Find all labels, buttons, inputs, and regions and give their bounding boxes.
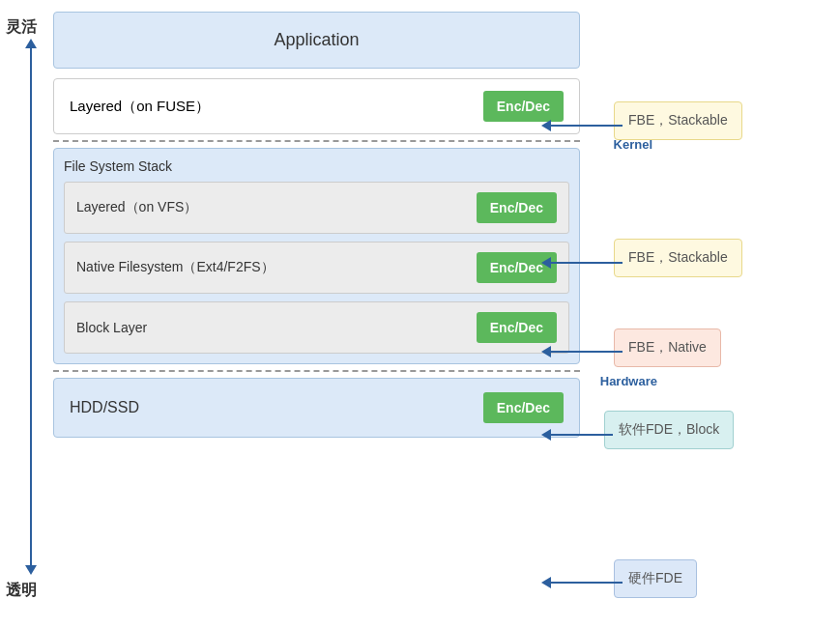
fuse-arrow-tip-icon — [541, 120, 551, 131]
fs-stack: File System Stack Layered（on VFS） Enc/De… — [53, 148, 580, 364]
application-box: Application — [53, 12, 580, 69]
block-badge-container: 软件FDE，Block — [604, 411, 734, 449]
hdd-badge: 硬件FDE — [614, 559, 697, 598]
vfs-arrow — [541, 257, 623, 269]
fuse-box: Layered（on FUSE） Enc/Dec — [53, 78, 580, 134]
hardware-label: Hardware — [600, 374, 657, 388]
native-badge-text: FBE，Native — [628, 339, 707, 355]
application-label: Application — [274, 30, 359, 49]
main-stack: Application Layered（on FUSE） Enc/Dec Use… — [53, 12, 580, 438]
native-box: Native Filesystem（Ext4/F2FS） Enc/Dec — [64, 242, 569, 294]
hdd-arrow — [541, 577, 623, 588]
native-badge: FBE，Native — [614, 328, 721, 367]
hdd-badge-container: 硬件FDE — [614, 559, 697, 598]
fuse-badge-container: FBE，Stackable — [614, 101, 742, 140]
block-label: Block Layer — [76, 320, 147, 335]
native-badge-container: FBE，Native — [614, 328, 721, 367]
block-badge-text: 软件FDE，Block — [619, 421, 719, 437]
native-arrow-tip-icon — [541, 346, 551, 357]
vfs-badge: FBE，Stackable — [614, 239, 742, 277]
fuse-enc-dec-button[interactable]: Enc/Dec — [483, 91, 564, 122]
dashed-line-1 — [53, 140, 580, 142]
block-enc-dec-button[interactable]: Enc/Dec — [477, 312, 557, 343]
native-arrow-body — [551, 351, 623, 353]
hdd-badge-text: 硬件FDE — [628, 570, 682, 585]
native-arrow — [541, 346, 623, 357]
fuse-arrow-body — [551, 125, 623, 127]
user-kernel-separator: User Kernel — [53, 140, 580, 142]
hdd-label: HDD/SSD — [70, 399, 139, 416]
vfs-label: Layered（on VFS） — [76, 199, 197, 216]
fuse-arrow — [541, 120, 623, 131]
diagram-container: 灵活 透明 Application Layered（on FUSE） Enc/D… — [0, 0, 840, 628]
hdd-arrow-body — [551, 582, 623, 584]
arrow-head-down-icon — [25, 565, 37, 575]
fuse-badge: FBE，Stackable — [614, 101, 742, 140]
hdd-arrow-tip-icon — [541, 577, 551, 588]
native-label: Native Filesystem（Ext4/F2FS） — [76, 259, 275, 276]
vfs-badge-text: FBE，Stackable — [628, 249, 728, 265]
block-arrow — [541, 429, 613, 441]
vfs-badge-container: FBE，Stackable — [614, 239, 742, 277]
block-arrow-body — [551, 434, 613, 436]
block-badge: 软件FDE，Block — [604, 411, 734, 449]
fuse-badge-text: FBE，Stackable — [628, 112, 728, 128]
dashed-line-2 — [53, 370, 580, 372]
arrow-head-up-icon — [25, 39, 37, 48]
fs-stack-title: File System Stack — [64, 158, 569, 174]
axis-bottom-label: 透明 — [6, 581, 37, 601]
vfs-arrow-body — [551, 262, 623, 264]
hardware-separator: Hardware — [53, 370, 580, 372]
fuse-label: Layered（on FUSE） — [70, 98, 210, 116]
hdd-enc-dec-button[interactable]: Enc/Dec — [483, 392, 564, 423]
axis-arrow — [25, 39, 37, 575]
vfs-box: Layered（on VFS） Enc/Dec — [64, 182, 569, 234]
arrow-line — [30, 48, 32, 565]
block-box: Block Layer Enc/Dec — [64, 301, 569, 354]
vfs-enc-dec-button[interactable]: Enc/Dec — [477, 192, 557, 223]
vfs-arrow-tip-icon — [541, 257, 551, 269]
block-arrow-tip-icon — [541, 429, 551, 441]
axis-top-label: 灵活 — [6, 17, 37, 38]
hdd-box: HDD/SSD Enc/Dec — [53, 378, 580, 438]
